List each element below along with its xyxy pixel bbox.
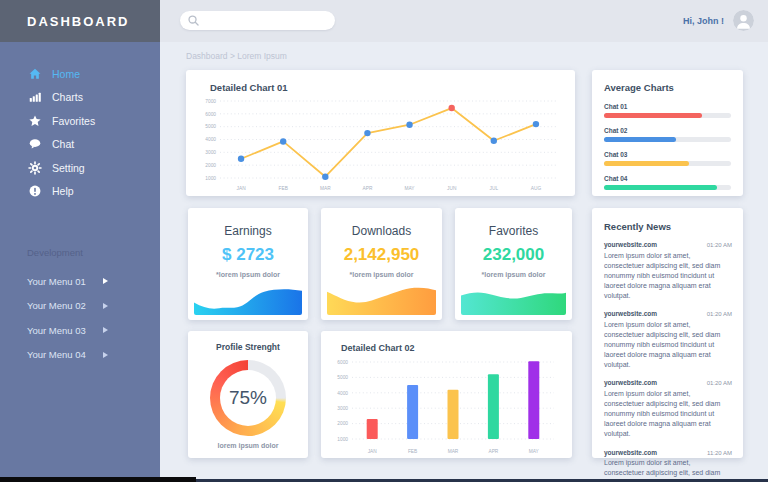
svg-text:APR: APR <box>363 186 373 191</box>
stat-title: Downloads <box>321 224 442 238</box>
news-body: Lorem ipsum dolor sit amet, consectetuer… <box>604 251 732 302</box>
bottom-bar-left <box>0 477 196 482</box>
news-item[interactable]: yourwebsite.com 01:20 AM Lorem ipsum dol… <box>604 310 732 370</box>
progress-row: Chat 04 <box>604 175 731 190</box>
search-bar[interactable] <box>180 11 335 30</box>
sidebar: DASHBOARD Home Charts Favorites <box>0 0 160 482</box>
svg-text:1000: 1000 <box>337 437 348 442</box>
svg-text:2000: 2000 <box>337 421 348 426</box>
svg-text:MAR: MAR <box>320 186 331 191</box>
star-icon <box>27 113 43 129</box>
stat-value: 232,000 <box>455 245 572 265</box>
progress-fill <box>604 161 689 166</box>
sidebar-item-help[interactable]: Help <box>0 180 160 204</box>
news-item[interactable]: yourwebsite.com 01:20 AM Lorem ipsum dol… <box>604 241 732 301</box>
sidebar-item-label: Help <box>52 185 74 197</box>
sidebar-dev-nav: Your Menu 01 Your Menu 02 Your Menu 03 Y… <box>0 269 160 367</box>
card-title: Detailed Chart 02 <box>341 343 415 353</box>
card-title: Recently News <box>604 221 671 232</box>
user-greeting: Hi, John ! <box>683 16 724 26</box>
sidebar-header: DASHBOARD <box>0 0 160 42</box>
sidebar-item-charts[interactable]: Charts <box>0 86 160 110</box>
news-list: yourwebsite.com 01:20 AM Lorem ipsum dol… <box>604 241 732 482</box>
chevron-right-icon <box>103 352 108 358</box>
donut-chart: 75% <box>210 360 286 436</box>
stat-title: Favorites <box>455 224 572 238</box>
svg-text:1000: 1000 <box>205 176 216 181</box>
average-charts-card: Average Charts Chat 01 Chat 02 Chat 03 C… <box>592 70 743 196</box>
home-icon <box>27 66 43 82</box>
donut-percent: 75% <box>229 387 267 409</box>
profile-strength-card: Profile Strenght 75% lorem ipsum dolor <box>188 331 308 458</box>
progress-row: Chat 02 <box>604 127 731 142</box>
news-source: yourwebsite.com <box>604 449 657 456</box>
news-item[interactable]: yourwebsite.com 01:20 AM Lorem ipsum dol… <box>604 379 732 439</box>
svg-text:3000: 3000 <box>205 150 216 155</box>
avatar[interactable] <box>733 10 754 31</box>
svg-text:6000: 6000 <box>337 360 348 365</box>
topbar: Hi, John ! <box>160 0 768 42</box>
sidebar-item-favorites[interactable]: Favorites <box>0 109 160 133</box>
svg-text:4000: 4000 <box>337 391 348 396</box>
svg-text:JAN: JAN <box>237 186 247 191</box>
favorites-wave-chart <box>461 282 566 315</box>
search-input[interactable] <box>200 16 320 26</box>
breadcrumb: Dashboard > Lorem Ipsum <box>186 51 287 61</box>
sidebar-item-your-menu-03[interactable]: Your Menu 03 <box>0 318 160 343</box>
donut-hole: 75% <box>220 370 276 426</box>
svg-text:JUL: JUL <box>490 186 499 191</box>
progress-track <box>604 113 731 118</box>
svg-text:FEB: FEB <box>279 186 288 191</box>
stat-value: $ 2723 <box>188 245 308 265</box>
sidebar-item-home[interactable]: Home <box>0 62 160 86</box>
svg-text:3000: 3000 <box>337 406 348 411</box>
card-title: Profile Strenght <box>188 342 308 352</box>
sidebar-item-label: Your Menu 01 <box>27 276 95 287</box>
svg-text:7000: 7000 <box>205 99 216 104</box>
news-source: yourwebsite.com <box>604 241 657 248</box>
sidebar-item-label: Your Menu 04 <box>27 349 95 360</box>
svg-text:5000: 5000 <box>337 375 348 380</box>
detailed-chart-01-card: Detailed Chart 01 1000200030004000500060… <box>186 70 575 196</box>
progress-label: Chat 03 <box>604 151 731 158</box>
profile-note: lorem ipsum dolor <box>188 442 308 449</box>
svg-text:6000: 6000 <box>205 112 216 117</box>
news-time: 11:20 AM <box>707 450 732 456</box>
sidebar-item-chat[interactable]: Chat <box>0 133 160 157</box>
svg-text:JUN: JUN <box>447 186 457 191</box>
svg-text:AUG: AUG <box>531 186 542 191</box>
news-body: Lorem ipsum dolor sit amet, consectetuer… <box>604 389 732 440</box>
detailed-chart-02-card: Detailed Chart 02 1000200030004000500060… <box>321 331 572 458</box>
svg-text:MAY: MAY <box>529 449 540 454</box>
chevron-right-icon <box>103 303 108 309</box>
svg-text:APR: APR <box>488 449 498 454</box>
svg-text:MAR: MAR <box>448 449 459 454</box>
sidebar-item-your-menu-02[interactable]: Your Menu 02 <box>0 294 160 319</box>
svg-text:4000: 4000 <box>205 137 216 142</box>
recently-news-card: Recently News yourwebsite.com 01:20 AM L… <box>592 208 743 458</box>
progress-fill <box>604 113 702 118</box>
user-menu[interactable]: Hi, John ! <box>683 10 754 31</box>
progress-label: Chat 04 <box>604 175 731 182</box>
downloads-wave-chart <box>327 282 436 315</box>
progress-track <box>604 185 731 190</box>
stat-note: *lorem ipsum dolor <box>455 271 572 278</box>
svg-text:5000: 5000 <box>205 124 216 129</box>
sidebar-item-your-menu-04[interactable]: Your Menu 04 <box>0 343 160 368</box>
sidebar-item-your-menu-01[interactable]: Your Menu 01 <box>0 269 160 294</box>
sidebar-item-setting[interactable]: Setting <box>0 156 160 180</box>
bar-chart-icon <box>27 89 43 105</box>
sidebar-item-label: Charts <box>52 91 83 103</box>
progress-row: Chat 03 <box>604 151 731 166</box>
progress-row: Chat 01 <box>604 103 731 118</box>
earnings-wave-chart <box>194 282 302 315</box>
stat-value: 2,142,950 <box>321 245 442 265</box>
sidebar-item-label: Home <box>52 68 80 80</box>
news-time: 01:20 AM <box>707 380 732 386</box>
news-item[interactable]: yourwebsite.com 11:20 AM Lorem ipsum dol… <box>604 449 732 482</box>
sidebar-item-label: Setting <box>52 162 85 174</box>
progress-track <box>604 161 731 166</box>
progress-fill <box>604 137 676 142</box>
earnings-card: Earnings $ 2723 *lorem ipsum dolor <box>188 208 308 320</box>
average-bars: Chat 01 Chat 02 Chat 03 Chat 04 <box>604 103 731 199</box>
